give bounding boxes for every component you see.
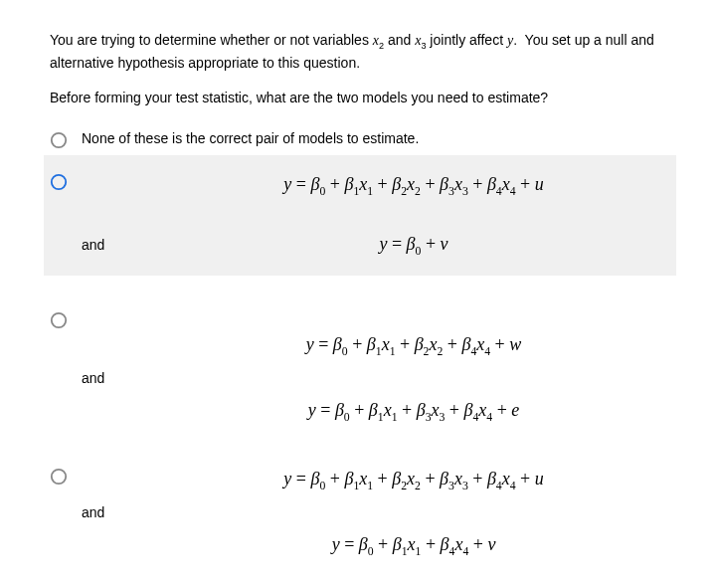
option-2-content: y = β0 + β1x1 + β2x2 + β4x4 + w and y = … — [82, 309, 676, 426]
option-1[interactable]: y = β0 + β1x1 + β2x2 + β3x3 + β4x4 + u a… — [44, 155, 676, 275]
radio-unselected-icon — [50, 468, 68, 486]
option-2[interactable]: y = β0 + β1x1 + β2x2 + β4x4 + w and y = … — [50, 303, 676, 432]
radio-selected-icon — [50, 173, 68, 191]
svg-point-1 — [52, 175, 66, 189]
question-container: You are trying to determine whether or n… — [0, 0, 716, 588]
radio-button[interactable] — [50, 131, 68, 149]
options-list: None of these is the correct pair of mod… — [50, 122, 676, 566]
radio-button[interactable] — [50, 311, 68, 329]
option-2-eq-2: y = β0 + β1x1 + β3x3 + β4x4 + e — [151, 397, 676, 426]
question-prompt: You are trying to determine whether or n… — [50, 30, 676, 108]
radio-unselected-icon — [50, 131, 68, 149]
svg-point-0 — [52, 133, 66, 147]
and-label: and — [82, 368, 151, 389]
option-1-eq-1: y = β0 + β1x1 + β2x2 + β3x3 + β4x4 + u — [151, 171, 676, 200]
option-none-label: None of these is the correct pair of mod… — [82, 128, 419, 149]
option-2-eq-1: y = β0 + β1x1 + β2x2 + β4x4 + w — [151, 331, 676, 360]
and-label: and — [82, 502, 151, 523]
option-1-content: y = β0 + β1x1 + β2x2 + β3x3 + β4x4 + u a… — [82, 171, 676, 259]
option-none[interactable]: None of these is the correct pair of mod… — [50, 122, 676, 155]
and-label: and — [82, 235, 151, 256]
option-1-eq-2: y = β0 + v — [151, 231, 676, 260]
option-3[interactable]: y = β0 + β1x1 + β2x2 + β3x3 + β4x4 + u a… — [50, 460, 676, 566]
prompt-line-2: Before forming your test statistic, what… — [50, 88, 676, 108]
option-3-eq-2: y = β0 + β1x1 + β4x4 + v — [151, 531, 676, 560]
radio-button[interactable] — [50, 173, 68, 191]
radio-button[interactable] — [50, 468, 68, 486]
radio-unselected-icon — [50, 311, 68, 329]
svg-point-2 — [52, 313, 66, 327]
option-3-eq-1: y = β0 + β1x1 + β2x2 + β3x3 + β4x4 + u — [151, 466, 676, 494]
option-3-content: y = β0 + β1x1 + β2x2 + β3x3 + β4x4 + u a… — [82, 466, 676, 560]
svg-point-3 — [52, 470, 66, 484]
prompt-line-1: You are trying to determine whether or n… — [50, 30, 676, 74]
